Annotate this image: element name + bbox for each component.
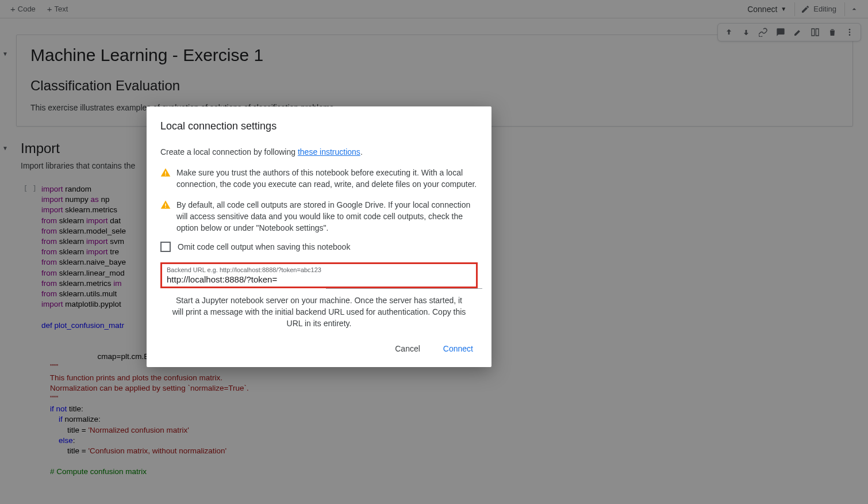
warning-row: Make sure you trust the authors of this … [160, 167, 478, 190]
helper-text: Start a Jupyter notebook server on your … [160, 295, 478, 329]
input-underline [326, 288, 482, 289]
svg-rect-5 [165, 204, 166, 207]
backend-url-field-wrap: Backend URL e.g. http://localhost:8888/?… [160, 262, 478, 288]
warning-icon [160, 167, 171, 178]
omit-output-checkbox[interactable] [160, 242, 171, 252]
backend-url-label: Backend URL e.g. http://localhost:8888/?… [167, 266, 471, 273]
dialog-title: Local connection settings [160, 120, 478, 132]
checkbox-label: Omit code cell output when saving this n… [178, 242, 350, 251]
warning-icon [160, 200, 171, 210]
dialog-actions: Cancel Connect [160, 339, 478, 358]
warning-row: By default, all code cell outputs are st… [160, 199, 478, 234]
intro-text-pre: Create a local connection by following [160, 147, 298, 156]
checkbox-row: Omit code cell output when saving this n… [160, 242, 478, 252]
svg-rect-6 [165, 207, 166, 208]
backend-url-input[interactable] [167, 273, 471, 285]
warning-text: By default, all code cell outputs are st… [176, 199, 478, 234]
intro-text-post: . [360, 147, 363, 156]
svg-rect-4 [165, 174, 166, 175]
instructions-link[interactable]: these instructions [298, 147, 360, 156]
svg-rect-3 [165, 171, 166, 174]
warning-text: Make sure you trust the authors of this … [176, 167, 478, 190]
connect-button[interactable]: Connect [439, 339, 478, 358]
local-connection-dialog: Local connection settings Create a local… [147, 106, 491, 367]
cancel-button[interactable]: Cancel [390, 339, 425, 358]
dialog-intro: Create a local connection by following t… [160, 146, 478, 158]
